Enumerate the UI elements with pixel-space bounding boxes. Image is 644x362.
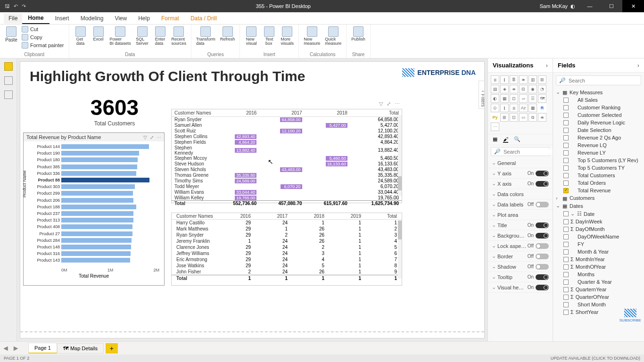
table-row[interactable]: Stephen Fields4,864.204,864.20: [172, 140, 402, 145]
field-item[interactable]: Quarter & Year: [553, 278, 644, 286]
table-row[interactable]: Stephen Kennedy13,882.4013,882.40: [172, 145, 402, 156]
table-row[interactable]: Ryan Snyder2922613: [172, 232, 402, 238]
more-icon[interactable]: ⋯: [157, 135, 161, 140]
checkbox[interactable]: [563, 295, 569, 300]
bar-row[interactable]: Product 303: [32, 183, 161, 190]
copy-button[interactable]: Copy: [21, 33, 65, 41]
checkbox[interactable]: [563, 128, 569, 133]
model-view-icon[interactable]: [4, 90, 13, 99]
field-item[interactable]: ΣDayOfMonth: [553, 225, 644, 233]
viz-type-icon[interactable]: Az: [519, 104, 528, 112]
viz-type-icon[interactable]: ◔: [538, 85, 546, 93]
ribbon-tab-help[interactable]: Help: [132, 13, 156, 24]
new-visual-button[interactable]: Newvisual: [244, 25, 259, 47]
filter-icon[interactable]: ▽: [379, 101, 383, 107]
toggle[interactable]: [536, 233, 549, 239]
update-link[interactable]: UPDATE AVAILABLE (CLICK TO DOWNLOAD): [551, 356, 640, 361]
page-tab[interactable]: 🗺Map Details: [57, 343, 104, 354]
table-row[interactable]: Timothy Sims24,589.0024,589.00: [172, 178, 402, 184]
table-row[interactable]: Thomas Greene35,335.8035,335.80: [172, 173, 402, 178]
bar-row[interactable]: Product 143: [32, 257, 161, 263]
toggle[interactable]: [536, 264, 549, 270]
field-item[interactable]: ΣMonthOfYear: [553, 263, 644, 271]
bar-row[interactable]: Product 385: [32, 164, 161, 170]
checkbox[interactable]: [563, 165, 569, 171]
cut-button[interactable]: Cut: [21, 25, 65, 33]
viz-type-icon[interactable]: R: [538, 104, 546, 112]
field-item[interactable]: Customer Selected: [553, 111, 644, 119]
checkbox[interactable]: [563, 120, 569, 125]
checkbox[interactable]: [563, 264, 569, 270]
viz-type-icon[interactable]: ⫿: [500, 104, 509, 112]
format-prop-border[interactable]: ⌄BorderOff: [488, 251, 553, 262]
power-bi-datasets-button[interactable]: PowerBI datasets: [109, 25, 132, 47]
table-row[interactable]: Harry Castillo2924111: [172, 220, 402, 226]
viz-type-icon[interactable]: ▭: [519, 113, 528, 122]
field-item[interactable]: All Sales: [553, 96, 644, 104]
field-table-key-measures[interactable]: ⌄▦Key Measures: [553, 88, 644, 96]
bar-row[interactable]: Product 316: [32, 250, 161, 257]
report-canvas[interactable]: Highlight Growth Of Client Through Time …: [20, 61, 485, 338]
field-item[interactable]: ΣQuarternYear: [553, 286, 644, 293]
ribbon-tab-modeling[interactable]: Modeling: [75, 13, 109, 24]
field-item[interactable]: Revenue 2 Qs Ago: [553, 134, 644, 141]
format-prop-plot-area[interactable]: ⌄Plot area: [488, 210, 553, 220]
checkbox[interactable]: [563, 105, 569, 110]
field-table-dates[interactable]: ⌄▦Dates: [553, 202, 644, 210]
viz-type-icon[interactable]: ⩩: [538, 113, 546, 122]
field-item[interactable]: Total Customers: [553, 172, 644, 179]
table-row[interactable]: Todd Meyer6,070.206,070.20: [172, 184, 402, 189]
table-row[interactable]: Ryan Snyder64,858.0064,858.00: [172, 117, 402, 123]
format-prop-backgrou-[interactable]: ⌄Backgrou…On: [488, 230, 553, 241]
format-prop-data-colors[interactable]: ⌄Data colors: [488, 189, 553, 199]
viz-type-icon[interactable]: ⊞: [500, 113, 509, 122]
viz-type-icon[interactable]: ◐: [491, 94, 499, 103]
format-prop-lock-aspe-[interactable]: ⌄Lock aspe…Off: [488, 241, 553, 251]
viz-type-icon[interactable]: ▱: [519, 94, 528, 103]
user-label[interactable]: Sam McKay◐: [536, 3, 579, 9]
save-icon[interactable]: 🖫: [5, 3, 10, 9]
field-table-customers[interactable]: ›▦Customers: [553, 194, 644, 202]
format-painter-button[interactable]: Format painter: [21, 41, 65, 49]
field-item[interactable]: Daily Revenue Logic: [553, 119, 644, 126]
bar-row[interactable]: Product 408: [32, 223, 161, 230]
format-prop-title[interactable]: ⌄TitleOn: [488, 220, 553, 230]
format-prop-tooltip[interactable]: ⌄TooltipOn: [488, 272, 553, 282]
bar-row[interactable]: Product 180: [32, 156, 161, 163]
bar-row[interactable]: Product 27: [32, 230, 161, 237]
report-view-icon[interactable]: [4, 62, 13, 71]
next-page-icon[interactable]: ►: [12, 344, 20, 353]
undo-icon[interactable]: ↶: [14, 3, 18, 9]
field-item[interactable]: Total Orders: [553, 179, 644, 187]
enter-data-button[interactable]: Enterdata: [153, 25, 168, 47]
bar-row[interactable]: Product 88: [32, 177, 161, 183]
bar-row[interactable]: Product 284: [32, 237, 161, 244]
table-row[interactable]: Clarence Jones2924215: [172, 244, 402, 250]
viz-type-icon[interactable]: ▤: [491, 85, 499, 93]
checkbox[interactable]: [563, 272, 569, 277]
table-row[interactable]: William Kelley19,765.0019,765.00: [172, 195, 402, 201]
close-button[interactable]: ✕: [622, 0, 644, 12]
table-row[interactable]: Jeremy Franklin1242614: [172, 238, 402, 244]
toggle[interactable]: [536, 274, 549, 280]
checkbox[interactable]: [563, 135, 569, 140]
field-item[interactable]: Months: [553, 271, 644, 278]
viz-type-icon[interactable]: ⊟: [519, 85, 528, 93]
format-prop-shadow[interactable]: ⌄ShadowOff: [488, 262, 553, 272]
add-page-button[interactable]: +: [106, 343, 118, 354]
field-item[interactable]: Revenue LY: [553, 149, 644, 156]
viz-type-icon[interactable]: ⊙: [491, 104, 499, 112]
minimize-button[interactable]: —: [579, 0, 601, 12]
viz-type-icon[interactable]: Py: [491, 113, 499, 122]
toggle[interactable]: [536, 285, 549, 290]
bar-chart-visual[interactable]: Total Revenue by Product Name ▽⤢⋯ Produc…: [23, 132, 165, 286]
focus-icon[interactable]: ⤢: [387, 101, 391, 107]
checkbox[interactable]: [563, 211, 569, 216]
field-item[interactable]: Revenue LQ: [553, 141, 644, 149]
maximize-button[interactable]: ☐: [601, 0, 622, 12]
viz-type-icon[interactable]: ⫿: [500, 75, 509, 84]
bar-row[interactable]: Product 336: [32, 170, 161, 177]
viz-type-icon[interactable]: ⊡: [510, 113, 518, 122]
checkbox[interactable]: [563, 257, 569, 262]
data-view-icon[interactable]: [4, 76, 13, 85]
